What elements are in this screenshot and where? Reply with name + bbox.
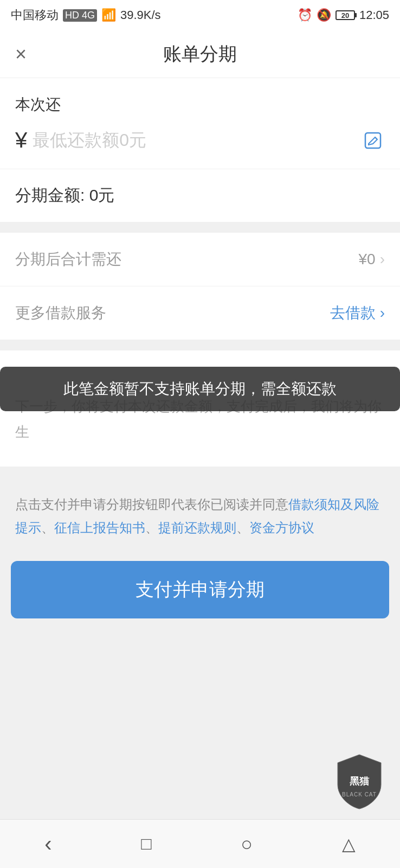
page-title: 账单分期 <box>163 42 237 67</box>
clock-label: 12:05 <box>359 8 389 22</box>
watermark: 黑猫 BLACK CAT <box>330 752 389 814</box>
bell-mute-icon: 🔕 <box>317 8 331 22</box>
bottom-nav: ‹ □ ○ △ <box>0 819 400 868</box>
agreement-link-3[interactable]: 提前还款规则 <box>158 520 236 535</box>
nav-home-button[interactable]: ○ <box>224 827 269 861</box>
bottom-spacer <box>0 640 400 694</box>
network-speed: 39.9K/s <box>120 8 161 22</box>
header: × 账单分期 <box>0 30 400 78</box>
submit-button[interactable]: 支付并申请分期 <box>11 561 389 618</box>
carrier-label: 中国移动 <box>11 7 59 23</box>
pay-amount-placeholder: 最低还款额0元 <box>33 129 361 152</box>
chevron-right-icon: › <box>380 251 385 268</box>
agreement-link-2[interactable]: 征信上报告知书 <box>54 520 145 535</box>
main-content: 本次还 ¥ 最低还款额0元 分期金额: 0元 分期后合计需还 ¥0 <box>0 78 400 694</box>
notice-area: 此笔金额暂不支持账单分期，需全额还款 下一步，你将支付本次还款金额，支付完成后，… <box>0 350 400 467</box>
loan-service-link[interactable]: 去借款 <box>330 303 376 323</box>
loan-service-label: 更多借款服务 <box>15 303 106 323</box>
nav-recent-button[interactable]: △ <box>326 828 372 860</box>
agreement-link-4[interactable]: 资金方协议 <box>249 520 314 535</box>
loan-chevron-icon: › <box>380 304 385 322</box>
agreement-prefix: 点击支付并申请分期按钮即代表你已阅读并同意 <box>15 497 288 512</box>
info-card: 分期后合计需还 ¥0 › 更多借款服务 去借款 › <box>0 233 400 340</box>
agreement-text: 点击支付并申请分期按钮即代表你已阅读并同意借款须知及风险提示、征信上报告知书、提… <box>15 493 385 539</box>
loan-service-row[interactable]: 更多借款服务 去借款 › <box>0 286 400 340</box>
edit-icon[interactable] <box>361 129 385 152</box>
close-button[interactable]: × <box>15 44 27 64</box>
svg-text:BLACK CAT: BLACK CAT <box>342 792 377 797</box>
total-repayment-label: 分期后合计需还 <box>15 249 121 270</box>
toast-message: 此笔金额暂不支持账单分期，需全额还款 <box>0 367 400 411</box>
pay-input-row: ¥ 最低还款额0元 <box>15 128 385 152</box>
signal-icon: 📶 <box>101 8 116 22</box>
total-repayment-amount: ¥0 <box>359 251 376 268</box>
installment-label: 分期金额: 0元 <box>15 186 114 204</box>
status-right: ⏰ 🔕 20 12:05 <box>298 8 389 22</box>
svg-text:黑猫: 黑猫 <box>350 776 370 787</box>
total-repayment-value: ¥0 › <box>359 251 385 268</box>
yen-symbol: ¥ <box>15 128 27 152</box>
loan-service-value: 去借款 › <box>330 303 385 323</box>
nav-square-button[interactable]: □ <box>125 828 167 859</box>
total-repayment-row[interactable]: 分期后合计需还 ¥0 › <box>0 233 400 286</box>
pay-label: 本次还 <box>15 94 385 115</box>
payment-card: 本次还 ¥ 最低还款额0元 分期金额: 0元 <box>0 78 400 222</box>
agreement-section: 点击支付并申请分期按钮即代表你已阅读并同意借款须知及风险提示、征信上报告知书、提… <box>0 477 400 550</box>
installment-section: 分期金额: 0元 <box>0 169 400 222</box>
pay-section: 本次还 ¥ 最低还款额0元 <box>0 78 400 169</box>
battery-icon: 20 <box>336 10 355 20</box>
status-left: 中国移动 HD 4G 📶 39.9K/s <box>11 7 161 23</box>
svg-rect-0 <box>365 133 380 148</box>
nav-back-button[interactable]: ‹ <box>28 826 68 861</box>
network-type: HD 4G <box>63 9 97 22</box>
alarm-icon: ⏰ <box>298 8 312 22</box>
status-bar: 中国移动 HD 4G 📶 39.9K/s ⏰ 🔕 20 12:05 <box>0 0 400 30</box>
